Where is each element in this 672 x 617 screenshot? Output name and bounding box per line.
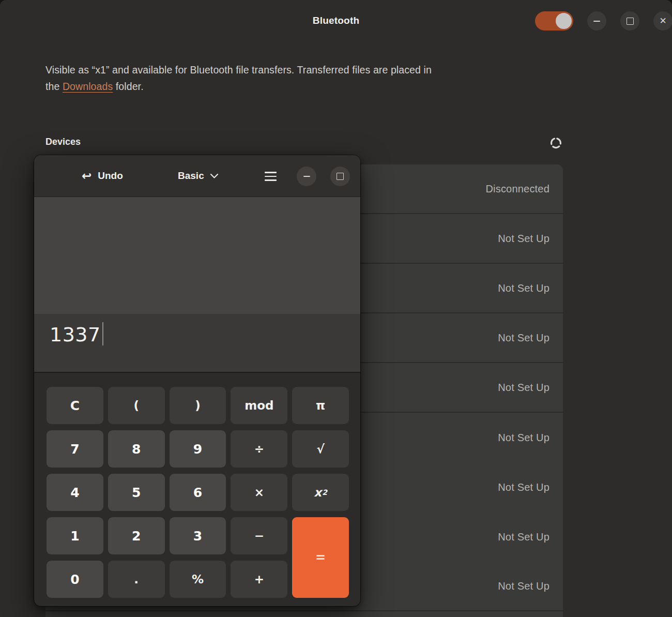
- key-open-paren[interactable]: (: [108, 387, 165, 424]
- key-pi[interactable]: π: [292, 387, 349, 424]
- key-3[interactable]: 3: [170, 517, 226, 554]
- visibility-description: Visible as “x1” and available for Blueto…: [45, 62, 568, 95]
- key-0[interactable]: 0: [47, 561, 103, 598]
- mode-label: Basic: [178, 170, 204, 182]
- key-5[interactable]: 5: [108, 474, 165, 511]
- description-line2-post: folder.: [113, 81, 143, 92]
- bluetooth-headerbar: Bluetooth ✕: [0, 0, 672, 41]
- minimize-icon: [593, 21, 600, 22]
- device-status: Not Set Up: [498, 233, 549, 245]
- key-subtract[interactable]: −: [231, 517, 287, 554]
- screen: Bluetooth ✕ Visible as “x1” and availabl…: [0, 0, 672, 617]
- minimize-button[interactable]: [587, 11, 606, 31]
- undo-icon: ↩: [82, 169, 91, 183]
- key-divide[interactable]: ÷: [231, 430, 287, 468]
- key-add[interactable]: +: [231, 561, 287, 598]
- device-status: Not Set Up: [498, 382, 549, 394]
- key-mod[interactable]: mod: [231, 387, 287, 424]
- device-status: Not Set Up: [498, 282, 549, 294]
- key-4[interactable]: 4: [47, 474, 103, 511]
- calculator-minimize-button[interactable]: [297, 167, 316, 186]
- key-2[interactable]: 2: [108, 517, 165, 554]
- key-x-squared[interactable]: x2: [292, 474, 349, 511]
- description-line1: Visible as “x1” and available for Blueto…: [45, 64, 432, 76]
- close-button[interactable]: ✕: [653, 11, 672, 31]
- maximize-icon: [627, 18, 634, 25]
- key-percent[interactable]: %: [170, 561, 226, 598]
- calculator-input-value: 1337: [50, 323, 101, 346]
- device-row-partial[interactable]: [45, 611, 563, 617]
- undo-label: Undo: [98, 170, 123, 182]
- close-icon: ✕: [659, 17, 666, 25]
- key-close-paren[interactable]: ): [170, 387, 226, 424]
- calculator-history-area: [34, 197, 360, 314]
- key-7[interactable]: 7: [47, 430, 103, 468]
- device-status: Not Set Up: [498, 432, 549, 444]
- key-sqrt[interactable]: √: [292, 430, 349, 468]
- calculator-window: ↩ Undo Basic ✕ 1337: [34, 155, 360, 606]
- key-9[interactable]: 9: [170, 430, 226, 468]
- description-line2-pre: the: [45, 81, 63, 92]
- device-status: Not Set Up: [498, 481, 549, 493]
- menu-button[interactable]: [262, 168, 279, 185]
- minimize-icon: [303, 176, 310, 177]
- hamburger-icon: [265, 172, 277, 173]
- calculator-headerbar: ↩ Undo Basic ✕: [34, 155, 360, 197]
- devices-heading: Devices: [45, 137, 81, 147]
- mode-dropdown-button[interactable]: Basic: [178, 165, 219, 186]
- calculator-input-field[interactable]: 1337: [34, 314, 360, 373]
- toggle-knob: [556, 13, 572, 29]
- scanning-spinner-icon: [549, 137, 562, 149]
- device-status: Not Set Up: [498, 580, 549, 592]
- device-status: Disconnected: [485, 183, 549, 195]
- undo-button[interactable]: ↩ Undo: [82, 165, 123, 186]
- key-6[interactable]: 6: [170, 474, 226, 511]
- key-8[interactable]: 8: [108, 430, 165, 468]
- bluetooth-toggle-switch[interactable]: [535, 11, 573, 31]
- key-equals[interactable]: =: [292, 517, 349, 598]
- maximize-button[interactable]: [620, 11, 639, 31]
- calculator-maximize-button[interactable]: [330, 167, 350, 186]
- maximize-icon: [337, 173, 344, 180]
- key-1[interactable]: 1: [47, 517, 103, 554]
- device-status: Not Set Up: [498, 531, 549, 543]
- key-multiply[interactable]: ×: [231, 474, 287, 511]
- key-decimal-point[interactable]: .: [108, 561, 165, 598]
- chevron-down-icon: [210, 173, 219, 179]
- text-caret: [102, 322, 104, 345]
- calculator-keypad: C ( ) mod π 7 8 9 ÷ √ 4 5 6 × x2 1 2 3 −…: [34, 373, 360, 606]
- device-status: Not Set Up: [498, 332, 549, 344]
- downloads-link[interactable]: Downloads: [63, 81, 113, 92]
- key-clear[interactable]: C: [47, 387, 103, 424]
